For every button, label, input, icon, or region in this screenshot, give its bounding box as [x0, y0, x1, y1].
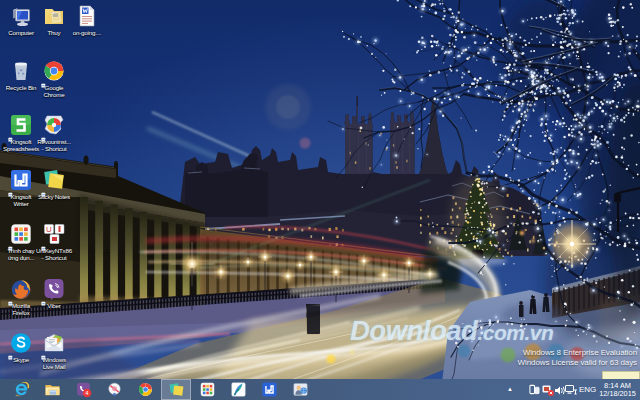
svg-text:U: U: [46, 225, 52, 234]
